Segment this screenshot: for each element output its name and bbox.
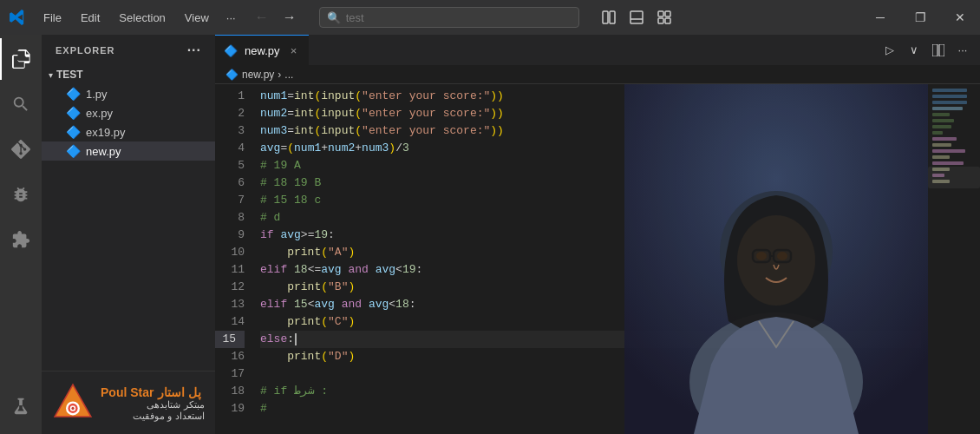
- breadcrumb-icon: 🔷: [225, 69, 238, 81]
- activity-extensions[interactable]: [0, 219, 42, 260]
- search-bar[interactable]: 🔍: [319, 7, 579, 28]
- activity-bottom: [0, 385, 42, 434]
- tab-icon: 🔷: [224, 44, 238, 57]
- activity-flask[interactable]: [0, 385, 42, 427]
- tab-actions: ▷ ∨ ···: [872, 35, 980, 65]
- main-area: EXPLORER ··· ▾ TEST 🔷 1.py 🔷 ex.py 🔷 ex1…: [0, 35, 980, 434]
- close-button[interactable]: ✕: [940, 0, 980, 35]
- svg-rect-18: [932, 107, 963, 110]
- logo-brand-name: Poul Star پل استار: [101, 385, 205, 399]
- svg-rect-23: [932, 137, 957, 141]
- layout-icons: [597, 5, 676, 30]
- logo-subtitle: مبتکر شتابدهی: [101, 399, 205, 411]
- search-input[interactable]: [346, 11, 572, 24]
- svg-point-12: [71, 407, 74, 410]
- svg-rect-21: [932, 125, 951, 128]
- svg-rect-2: [630, 11, 643, 23]
- file-name: ex.py: [86, 107, 113, 120]
- svg-rect-24: [932, 143, 951, 147]
- explorer-header: EXPLORER ···: [42, 35, 215, 65]
- person-overlay: [624, 84, 928, 434]
- python-file-icon: 🔷: [66, 144, 81, 158]
- toggle-panel-icon[interactable]: [624, 5, 649, 30]
- back-button[interactable]: ←: [250, 5, 274, 30]
- run-button[interactable]: ▷: [879, 40, 900, 61]
- svg-rect-25: [932, 149, 965, 153]
- folder-name: TEST: [56, 69, 83, 81]
- logo-icon: [52, 382, 94, 424]
- editor-container: 🔷 new.py × ▷ ∨ ··· 🔷 new.py ›: [215, 35, 980, 434]
- svg-rect-17: [932, 101, 967, 104]
- activity-search[interactable]: [0, 83, 42, 125]
- menu-edit[interactable]: Edit: [72, 8, 108, 28]
- tab-close-button[interactable]: ×: [286, 43, 300, 57]
- minimize-button[interactable]: ─: [860, 0, 900, 35]
- logo-subtitle2: استعداد و موفقیت: [101, 411, 205, 422]
- file-name: 1.py: [86, 88, 108, 101]
- svg-rect-26: [932, 155, 950, 159]
- file-item-1py[interactable]: 🔷 1.py: [42, 84, 215, 103]
- svg-rect-14: [939, 44, 944, 56]
- svg-rect-13: [932, 44, 938, 56]
- folder-section[interactable]: ▾ TEST: [42, 65, 215, 84]
- nav-buttons: ← →: [250, 5, 302, 30]
- vscode-logo: [0, 0, 35, 35]
- folder-arrow-icon: ▾: [49, 70, 53, 80]
- active-tab[interactable]: 🔷 new.py ×: [215, 35, 309, 65]
- svg-rect-22: [932, 131, 943, 135]
- menu-view[interactable]: View: [176, 8, 218, 28]
- menu-file[interactable]: File: [35, 8, 70, 28]
- forward-button[interactable]: →: [278, 5, 302, 30]
- code-area[interactable]: 1234 5678 9101112 131415 16171819 num1=i…: [215, 84, 980, 434]
- file-item-expy[interactable]: 🔷 ex.py: [42, 103, 215, 122]
- run-dropdown[interactable]: ∨: [904, 40, 924, 61]
- toggle-sidebar-icon[interactable]: [597, 5, 621, 30]
- tab-bar: 🔷 new.py × ▷ ∨ ···: [215, 35, 980, 65]
- minimap-visualization: [928, 84, 980, 434]
- file-item-newpy[interactable]: 🔷 new.py: [42, 141, 215, 161]
- python-file-icon: 🔷: [66, 87, 81, 101]
- svg-rect-0: [603, 11, 608, 23]
- breadcrumb-filename: new.py: [242, 69, 274, 81]
- explorer-title: EXPLORER: [56, 45, 115, 56]
- activity-git[interactable]: [0, 128, 42, 170]
- file-name: new.py: [86, 145, 121, 158]
- explorer-more-button[interactable]: ···: [187, 43, 201, 58]
- split-editor-button[interactable]: [928, 40, 949, 61]
- svg-rect-15: [932, 89, 967, 92]
- minimap: [928, 84, 980, 434]
- tab-filename: new.py: [245, 44, 279, 57]
- svg-rect-19: [932, 113, 950, 116]
- svg-rect-7: [665, 18, 670, 23]
- python-file-icon: 🔷: [66, 106, 81, 120]
- logo-area: Poul Star پل استار مبتکر شتابدهی استعداد…: [42, 371, 215, 434]
- activity-explorer[interactable]: [0, 38, 42, 80]
- breadcrumb-sep: ›: [278, 69, 281, 81]
- svg-point-39: [756, 252, 767, 260]
- breadcrumb: 🔷 new.py › ...: [215, 65, 980, 84]
- svg-rect-27: [932, 161, 964, 165]
- menu-bar: File Edit Selection View ···: [35, 8, 243, 28]
- menu-selection[interactable]: Selection: [110, 8, 173, 28]
- file-item-ex19py[interactable]: 🔷 ex19.py: [42, 122, 215, 141]
- more-menu[interactable]: ···: [219, 8, 243, 28]
- svg-rect-4: [658, 11, 663, 16]
- svg-point-40: [777, 252, 787, 260]
- svg-rect-5: [665, 11, 670, 16]
- activity-debug[interactable]: [0, 174, 42, 215]
- search-icon: 🔍: [327, 11, 341, 24]
- line-numbers: 1234 5678 9101112 131415 16171819: [215, 84, 253, 434]
- svg-rect-20: [932, 119, 954, 122]
- customize-layout-icon[interactable]: [652, 5, 676, 30]
- svg-rect-1: [610, 11, 615, 23]
- breadcrumb-context: ...: [284, 69, 293, 81]
- restore-button[interactable]: ❐: [900, 0, 940, 35]
- activity-bar: [0, 35, 42, 434]
- sidebar: EXPLORER ··· ▾ TEST 🔷 1.py 🔷 ex.py 🔷 ex1…: [42, 35, 215, 434]
- svg-rect-6: [658, 18, 663, 23]
- more-tab-actions[interactable]: ···: [952, 40, 973, 61]
- svg-rect-16: [932, 95, 967, 98]
- window-controls: ─ ❐ ✕: [860, 0, 980, 35]
- python-file-icon: 🔷: [66, 125, 81, 139]
- logo-text: Poul Star پل استار مبتکر شتابدهی استعداد…: [101, 385, 205, 422]
